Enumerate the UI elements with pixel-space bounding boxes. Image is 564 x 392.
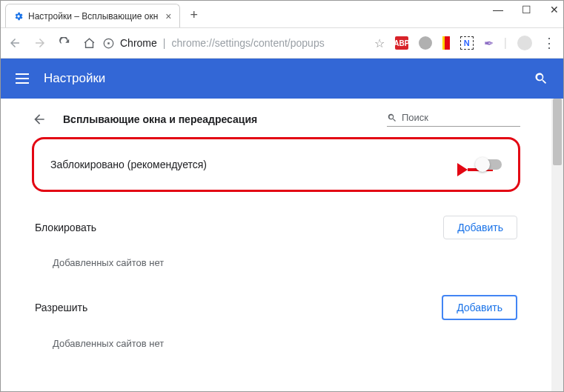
secure-icon — [103, 38, 114, 49]
url-host: Chrome — [120, 37, 157, 49]
allow-section-title: Разрешить — [35, 302, 87, 313]
nav-back-button[interactable] — [8, 36, 21, 50]
block-add-button[interactable]: Добавить — [443, 216, 517, 239]
search-placeholder: Поиск — [402, 112, 428, 123]
block-empty-message: Добавленных сайтов нет — [35, 245, 517, 289]
hamburger-menu-button[interactable] — [16, 73, 29, 84]
svg-rect-1 — [107, 42, 110, 44]
toggle-label: Заблокировано (рекомендуется) — [50, 159, 207, 170]
window-titlebar: Настройки – Всплывающие окн × + — ☐ ✕ — [1, 1, 563, 27]
profile-avatar[interactable] — [517, 36, 532, 50]
settings-search-button[interactable] — [534, 71, 548, 86]
extension-icon[interactable] — [419, 36, 432, 50]
allow-empty-message: Добавленных сайтов нет — [35, 326, 517, 370]
annotation-highlight: Заблокировано (рекомендуется) — [32, 137, 520, 192]
new-tab-button[interactable]: + — [190, 8, 199, 21]
address-bar: Chrome | chrome://settings/content/popup… — [1, 27, 563, 59]
nav-home-button[interactable] — [83, 37, 96, 50]
url-path: chrome://settings/content/popups — [171, 37, 324, 49]
allow-add-button[interactable]: Добавить — [442, 295, 517, 320]
extension-icon[interactable]: ✒ — [484, 36, 494, 50]
block-section: Блокировать Добавить Добавленных сайтов … — [35, 210, 517, 289]
maximize-button[interactable]: ☐ — [520, 4, 532, 16]
window-controls: — ☐ ✕ — [492, 4, 560, 16]
bookmark-star-icon[interactable]: ☆ — [374, 36, 385, 50]
gear-icon — [13, 11, 24, 21]
allow-section: Разрешить Добавить Добавленных сайтов не… — [35, 289, 517, 370]
adblock-extension-icon[interactable]: ABP — [395, 36, 408, 50]
url-display[interactable]: Chrome | chrome://settings/content/popup… — [103, 37, 367, 49]
close-window-button[interactable]: ✕ — [548, 4, 560, 16]
browser-tab[interactable]: Настройки – Всплывающие окн × — [5, 4, 180, 27]
page-heading: Всплывающие окна и переадресация — [63, 113, 371, 125]
chrome-menu-button[interactable]: ⋮ — [543, 35, 556, 51]
settings-header: Настройки — [1, 59, 563, 99]
settings-content: Всплывающие окна и переадресация Поиск З… — [1, 99, 551, 392]
minimize-button[interactable]: — — [492, 4, 504, 16]
popups-toggle[interactable] — [477, 159, 502, 170]
nav-forward-button[interactable] — [33, 36, 47, 50]
settings-title: Настройки — [44, 71, 105, 86]
close-tab-icon[interactable]: × — [165, 10, 171, 22]
extension-icon[interactable] — [442, 36, 450, 50]
nav-reload-button[interactable] — [59, 37, 71, 50]
block-section-title: Блокировать — [35, 222, 96, 233]
settings-back-button[interactable] — [32, 112, 47, 127]
scrollbar-thumb[interactable] — [553, 99, 562, 165]
tab-title: Настройки – Всплывающие окн — [28, 11, 158, 21]
extension-icon[interactable]: N — [460, 36, 474, 50]
vertical-scrollbar[interactable] — [551, 99, 563, 392]
content-search-input[interactable]: Поиск — [387, 112, 520, 127]
